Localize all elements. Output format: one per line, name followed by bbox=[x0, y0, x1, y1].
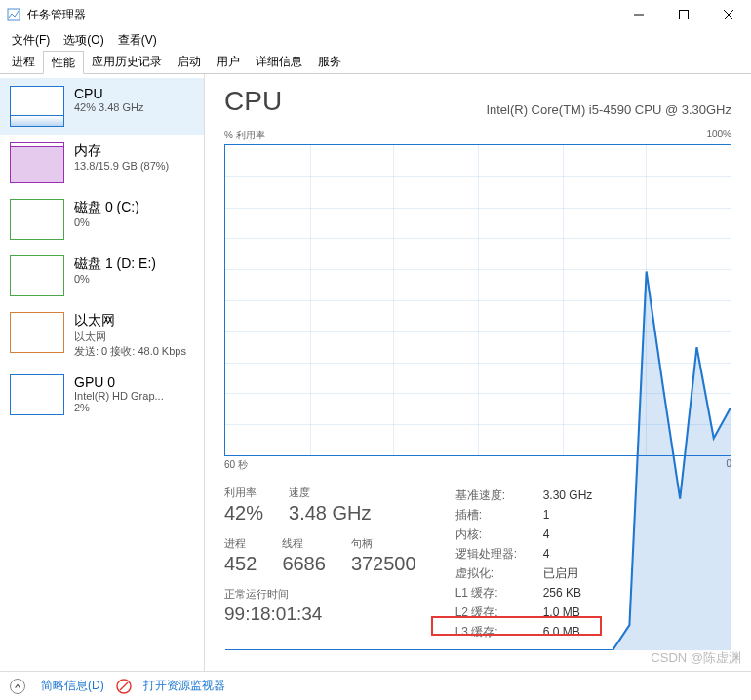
tab-performance[interactable]: 性能 bbox=[43, 51, 84, 74]
sidebar-item-value: Intel(R) HD Grap... bbox=[74, 390, 194, 402]
sidebar-item-value: 0% bbox=[74, 216, 194, 228]
close-button[interactable] bbox=[706, 0, 751, 29]
sidebar-info: GPU 0 Intel(R) HD Grap... 2% bbox=[74, 374, 194, 415]
tab-services[interactable]: 服务 bbox=[310, 51, 349, 73]
svg-rect-2 bbox=[680, 11, 689, 19]
sidebar-info: CPU 42% 3.48 GHz bbox=[74, 86, 194, 127]
sidebar-item-label: CPU bbox=[74, 86, 194, 101]
sidebar-item-ethernet[interactable]: 以太网 以太网 发送: 0 接收: 48.0 Kbps bbox=[0, 304, 204, 367]
network-thumbnail-icon bbox=[10, 312, 64, 353]
chevron-up-icon[interactable] bbox=[10, 679, 25, 694]
tab-processes[interactable]: 进程 bbox=[4, 51, 43, 73]
tab-details[interactable]: 详细信息 bbox=[248, 51, 310, 73]
menu-file[interactable]: 文件(F) bbox=[6, 30, 56, 51]
sidebar-item-label: 磁盘 0 (C:) bbox=[74, 199, 194, 216]
sidebar-info: 内存 13.8/15.9 GB (87%) bbox=[74, 142, 194, 183]
graph-ylabel: % 利用率 bbox=[224, 129, 265, 142]
sidebar-item-label: 内存 bbox=[74, 142, 194, 160]
statusbar: 简略信息(D) 打开资源监视器 bbox=[0, 671, 751, 700]
sidebar-info: 磁盘 0 (C:) 0% bbox=[74, 199, 194, 240]
cpu-graph-line bbox=[225, 145, 731, 650]
sidebar-item-label: GPU 0 bbox=[74, 374, 194, 390]
sidebar-item-label: 磁盘 1 (D: E:) bbox=[74, 255, 194, 273]
sidebar-info: 磁盘 1 (D: E:) 0% bbox=[74, 255, 194, 296]
svg-rect-0 bbox=[8, 9, 20, 20]
sidebar-item-memory[interactable]: 内存 13.8/15.9 GB (87%) bbox=[0, 135, 204, 191]
tab-startup[interactable]: 启动 bbox=[170, 51, 209, 73]
window-title: 任务管理器 bbox=[27, 7, 616, 23]
sidebar-item-value: 13.8/15.9 GB (87%) bbox=[74, 160, 194, 172]
detail-header: CPU Intel(R) Core(TM) i5-4590 CPU @ 3.30… bbox=[224, 86, 731, 117]
disk-thumbnail-icon bbox=[10, 255, 64, 296]
detail-pane: CPU Intel(R) Core(TM) i5-4590 CPU @ 3.30… bbox=[205, 74, 751, 671]
sidebar-item-label: 以太网 bbox=[74, 312, 194, 330]
svg-line-6 bbox=[120, 682, 128, 690]
tabs: 进程 性能 应用历史记录 启动 用户 详细信息 服务 bbox=[0, 51, 751, 74]
gpu-thumbnail-icon bbox=[10, 374, 64, 415]
minimize-button[interactable] bbox=[616, 0, 661, 29]
sidebar-item-value: 以太网 bbox=[74, 330, 194, 344]
memory-thumbnail-icon bbox=[10, 142, 64, 183]
window-controls bbox=[616, 0, 751, 29]
disk-thumbnail-icon bbox=[10, 199, 64, 240]
sidebar-item-cpu[interactable]: CPU 42% 3.48 GHz bbox=[0, 78, 204, 135]
main-content: CPU 42% 3.48 GHz 内存 13.8/15.9 GB (87%) 磁… bbox=[0, 74, 751, 671]
sidebar-info: 以太网 以太网 发送: 0 接收: 48.0 Kbps bbox=[74, 312, 194, 359]
sidebar-item-value2: 2% bbox=[74, 402, 194, 413]
detail-subtitle: Intel(R) Core(TM) i5-4590 CPU @ 3.30GHz bbox=[486, 102, 731, 117]
tab-history[interactable]: 应用历史记录 bbox=[84, 51, 170, 73]
maximize-button[interactable] bbox=[661, 0, 706, 29]
watermark: CSDN @陈虚渊 bbox=[651, 649, 741, 667]
menubar: 文件(F) 选项(O) 查看(V) bbox=[0, 29, 751, 51]
cpu-graph[interactable] bbox=[224, 144, 731, 456]
sidebar-item-value2: 发送: 0 接收: 48.0 Kbps bbox=[74, 344, 194, 359]
sidebar-item-gpu[interactable]: GPU 0 Intel(R) HD Grap... 2% bbox=[0, 367, 204, 423]
resmon-icon bbox=[116, 679, 132, 694]
cpu-thumbnail-icon bbox=[10, 86, 64, 127]
sidebar: CPU 42% 3.48 GHz 内存 13.8/15.9 GB (87%) 磁… bbox=[0, 74, 205, 671]
less-details-link[interactable]: 简略信息(D) bbox=[41, 678, 104, 694]
graph-ymax: 100% bbox=[706, 129, 731, 142]
tab-users[interactable]: 用户 bbox=[209, 51, 248, 73]
sidebar-item-value: 42% 3.48 GHz bbox=[74, 101, 194, 113]
graph-top-labels: % 利用率 100% bbox=[224, 129, 731, 142]
menu-view[interactable]: 查看(V) bbox=[112, 30, 163, 51]
detail-title: CPU bbox=[224, 86, 282, 117]
open-resmon-link[interactable]: 打开资源监视器 bbox=[143, 678, 225, 694]
menu-options[interactable]: 选项(O) bbox=[58, 30, 109, 51]
titlebar: 任务管理器 bbox=[0, 0, 751, 29]
app-icon bbox=[6, 7, 21, 22]
sidebar-item-disk1[interactable]: 磁盘 1 (D: E:) 0% bbox=[0, 248, 204, 304]
sidebar-item-value: 0% bbox=[74, 273, 194, 285]
sidebar-item-disk0[interactable]: 磁盘 0 (C:) 0% bbox=[0, 191, 204, 248]
